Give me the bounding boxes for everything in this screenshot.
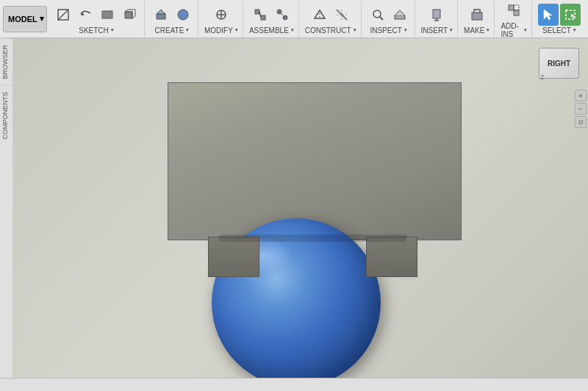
zoom-in-btn[interactable]: +	[575, 90, 587, 101]
toolbar-group-inspect: INSPECT ▾	[363, 1, 415, 37]
svg-line-14	[259, 12, 261, 18]
insert-btn1[interactable]	[426, 4, 447, 26]
modify-arrow: ▾	[235, 27, 238, 33]
svg-rect-25	[395, 15, 405, 19]
assemble-group-label[interactable]: ASSEMBLE ▾	[249, 26, 294, 35]
fit-view-btn[interactable]: ⊡	[575, 116, 587, 128]
construct-group-label[interactable]: CONSTRUCT ▾	[305, 26, 356, 35]
insert-group-label[interactable]: INSERT ▾	[421, 26, 453, 35]
browser-tab[interactable]: BROWSER	[0, 38, 12, 85]
sketch-arrow: ▾	[111, 27, 114, 33]
model-label: MODEL	[8, 15, 37, 24]
svg-rect-6	[157, 14, 165, 19]
create-extrude-btn[interactable]	[151, 4, 171, 26]
assemble-arrow: ▾	[291, 27, 294, 33]
make-group-label[interactable]: MAKE ▾	[464, 26, 490, 35]
toolbar-group-assemble: ASSEMBLE ▾	[245, 1, 299, 37]
toolbar-group-sketch: SKETCH ▾	[49, 1, 145, 37]
svg-rect-29	[509, 5, 514, 10]
model-dropdown[interactable]: MODEL ▾	[3, 6, 47, 32]
svg-marker-32	[544, 10, 552, 20]
select-arrow: ▾	[573, 27, 576, 33]
toolbar-group-construct: CONSTRUCT ▾	[301, 1, 362, 37]
viewport[interactable]: RIGHT Z + − ⊡	[13, 38, 588, 391]
toolbar-group-insert: INSERT ▾	[417, 1, 459, 37]
svg-rect-26	[433, 10, 440, 18]
svg-rect-28	[472, 12, 482, 20]
svg-rect-12	[255, 10, 259, 14]
toolbar-group-modify: MODIFY ▾	[200, 1, 243, 37]
svg-rect-33	[566, 10, 575, 19]
svg-rect-13	[261, 15, 265, 20]
assemble-btn1[interactable]	[250, 4, 270, 26]
svg-line-1	[58, 10, 68, 20]
insert-arrow: ▾	[450, 27, 453, 33]
svg-rect-2	[102, 11, 112, 18]
toolbar-group-create: CREATE ▾	[146, 1, 198, 37]
create-arrow: ▾	[186, 27, 189, 33]
inspect-arrow: ▾	[404, 27, 407, 33]
components-tab[interactable]: COMPONENTS	[0, 85, 12, 146]
sketch-create-btn[interactable]	[53, 4, 74, 26]
right-controls: + − ⊡	[575, 90, 587, 128]
svg-marker-7	[157, 10, 165, 14]
svg-rect-3	[125, 12, 132, 18]
select-box-btn[interactable]	[560, 4, 581, 26]
sketch-group-label[interactable]: SKETCH ▾	[79, 26, 114, 35]
left-panel: BROWSER COMPONENTS	[0, 38, 13, 391]
sphere-box-intersection	[219, 234, 406, 242]
statusbar	[0, 378, 588, 391]
make-arrow: ▾	[487, 27, 490, 33]
addins-arrow: ▾	[524, 27, 527, 33]
box-right-leg	[366, 237, 417, 277]
make-btn1[interactable]	[467, 4, 487, 26]
inspect-group-label[interactable]: INSPECT ▾	[370, 26, 406, 35]
box-top-face	[168, 82, 462, 240]
svg-line-17	[279, 12, 285, 18]
construct-btn1[interactable]	[309, 4, 330, 26]
svg-point-8	[178, 10, 188, 20]
box-left-leg	[208, 237, 259, 277]
modify-btn1[interactable]	[211, 4, 232, 26]
toolbar-group-addins: ADD-INS ▾	[496, 1, 532, 37]
select-group-label[interactable]: SELECT ▾	[542, 26, 576, 35]
addins-group-label[interactable]: ADD-INS ▾	[501, 22, 527, 38]
addins-btn1[interactable]	[503, 0, 524, 21]
create-sphere-btn[interactable]	[173, 4, 193, 26]
sketch-rect-btn[interactable]	[97, 4, 118, 26]
toolbar-group-select: SELECT ▾	[534, 1, 585, 37]
inspect-btn2[interactable]	[390, 4, 410, 26]
inspect-btn1[interactable]	[368, 4, 388, 26]
main-toolbar: MODEL ▾ SKETCH ▾	[0, 0, 588, 38]
undo-btn[interactable]	[75, 4, 96, 26]
view-cube[interactable]: RIGHT Z	[539, 42, 579, 82]
svg-rect-31	[514, 5, 519, 10]
model-arrow: ▾	[40, 14, 44, 24]
svg-point-23	[373, 10, 381, 18]
modify-group-label[interactable]: MODIFY ▾	[204, 26, 238, 35]
construct-btn2[interactable]	[331, 4, 352, 26]
select-cursor-btn[interactable]	[538, 4, 559, 26]
assemble-btn2[interactable]	[272, 4, 293, 26]
svg-line-24	[380, 17, 383, 20]
create-group-label[interactable]: CREATE ▾	[155, 26, 190, 35]
axis-z-label: Z	[540, 73, 545, 81]
3d-scene	[13, 38, 588, 391]
svg-line-20	[337, 10, 347, 20]
zoom-out-btn[interactable]: −	[575, 103, 587, 115]
svg-rect-30	[514, 10, 519, 15]
sketch-3d-btn[interactable]	[119, 4, 140, 26]
toolbar-group-make: MAKE ▾	[459, 1, 495, 37]
construct-arrow: ▾	[354, 27, 356, 33]
view-cube-right-face[interactable]: RIGHT	[539, 48, 579, 79]
